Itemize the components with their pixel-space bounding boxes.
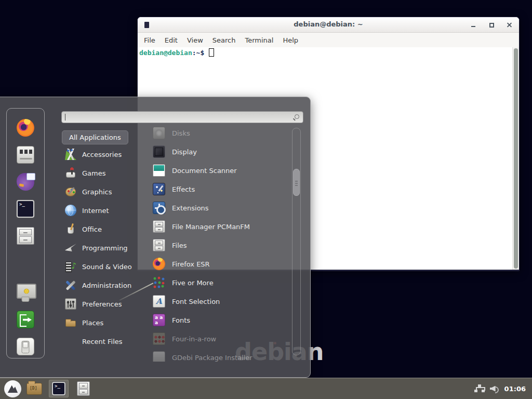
fonts-icon [153, 314, 165, 326]
games-icon [65, 167, 76, 179]
application-list: Disks Display Document Scanner Effects E… [148, 124, 291, 362]
favorite-firefox-button[interactable] [17, 119, 34, 137]
category-label: Accessories [82, 151, 122, 158]
menubar-item-terminal[interactable]: Terminal [240, 34, 278, 47]
effects-icon [153, 183, 165, 195]
favorites-panel [6, 108, 45, 358]
file-cabinet-icon [153, 220, 165, 233]
internet-icon [65, 205, 76, 216]
app-item-files[interactable]: Files [148, 236, 291, 255]
app-item-gdebi-package-installer[interactable]: GDebi Package Installer [148, 348, 291, 362]
app-label: Display [172, 148, 197, 156]
search-box[interactable] [61, 111, 303, 123]
places-icon [65, 317, 76, 328]
search-input[interactable] [62, 112, 303, 123]
volume-icon[interactable] [490, 385, 500, 393]
category-item-graphics[interactable]: Graphics [62, 182, 147, 201]
app-label: Disks [172, 129, 190, 137]
firefox-icon [17, 119, 34, 137]
category-label: Recent Files [82, 338, 123, 345]
category-label: Games [82, 169, 105, 177]
app-label: GDebi Package Installer [172, 354, 252, 362]
display-icon [153, 145, 165, 158]
favorite-control-center-button[interactable] [17, 146, 34, 164]
menubar-item-file[interactable]: File [139, 34, 160, 47]
menubar-item-search[interactable]: Search [208, 34, 241, 47]
firefox-icon [153, 258, 165, 270]
lock-screen-button[interactable] [17, 284, 34, 301]
app-label: Five or More [172, 279, 214, 287]
terminal-scrollbar[interactable] [512, 47, 519, 270]
window-title: debian@debian: ~ [138, 20, 519, 28]
administration-icon [65, 280, 76, 291]
app-item-display[interactable]: Display [148, 142, 291, 161]
app-item-extensions[interactable]: Extensions [148, 198, 291, 217]
taskbar: 01:06 [0, 378, 532, 399]
category-label: Places [82, 319, 103, 327]
app-menu: All Applications Accessories Games Graph… [0, 97, 311, 378]
category-item-sound-video[interactable]: Sound & Video [62, 257, 147, 276]
app-item-file-manager-pcmanfm[interactable]: File Manager PCManFM [148, 217, 291, 236]
gdebi-icon [153, 351, 165, 362]
terminal-scrollbar-thumb[interactable] [514, 48, 518, 269]
programming-icon [65, 242, 76, 254]
app-item-disks[interactable]: Disks [148, 124, 291, 142]
maximize-button[interactable] [487, 21, 496, 29]
app-label: Four-in-a-row [172, 335, 216, 343]
menubar-item-help[interactable]: Help [278, 34, 303, 47]
prompt-user: debian@debian [139, 49, 192, 57]
category-item-internet[interactable]: Internet [62, 201, 147, 220]
control-center-icon [17, 146, 34, 164]
shutdown-icon [17, 338, 34, 355]
logout-button[interactable] [17, 311, 34, 328]
favorite-terminal-button[interactable] [17, 200, 34, 218]
menubar-item-view[interactable]: View [182, 34, 208, 47]
prompt-path: :~$ [192, 49, 204, 57]
search-icon [295, 114, 299, 119]
category-label: Programming [82, 244, 128, 252]
terminal-cursor [209, 48, 214, 57]
app-item-font-selection[interactable]: Font Selection [148, 292, 291, 311]
app-item-four-in-a-row[interactable]: Four-in-a-row [148, 329, 291, 348]
app-item-fonts[interactable]: Fonts [148, 311, 291, 329]
category-item-accessories[interactable]: Accessories [62, 145, 147, 164]
menubar-item-edit[interactable]: Edit [160, 34, 182, 47]
app-list-scrollbar-thumb[interactable] [293, 169, 300, 196]
all-applications-button[interactable]: All Applications [62, 130, 128, 144]
menu-button[interactable] [4, 380, 21, 397]
terminal-titlebar[interactable]: debian@debian: ~ [138, 17, 519, 33]
app-item-firefox-esr[interactable]: Firefox ESR [148, 255, 291, 273]
file-manager-launcher[interactable] [21, 383, 42, 395]
network-icon[interactable] [474, 384, 485, 393]
files-launcher[interactable] [77, 381, 90, 396]
category-item-preferences[interactable]: Preferences [62, 295, 147, 313]
minimize-button[interactable] [469, 21, 477, 29]
category-item-games[interactable]: Games [62, 164, 147, 182]
close-button[interactable] [505, 21, 513, 29]
app-label: Firefox ESR [172, 260, 210, 268]
category-item-programming[interactable]: Programming [62, 238, 147, 257]
font-selection-icon [153, 295, 165, 308]
category-item-office[interactable]: Office [62, 220, 147, 238]
four-in-a-row-icon [153, 332, 165, 345]
category-item-places[interactable]: Places [62, 313, 147, 332]
favorite-file-manager-button[interactable] [17, 227, 34, 245]
app-label: Files [172, 242, 187, 249]
app-item-effects[interactable]: Effects [148, 180, 291, 198]
app-list-scrollbar[interactable] [292, 128, 301, 355]
terminal-window-button[interactable] [49, 380, 69, 397]
shutdown-button[interactable] [17, 338, 34, 355]
app-item-document-scanner[interactable]: Document Scanner [148, 161, 291, 180]
app-label: Font Selection [172, 298, 220, 305]
favorite-pidgin-button[interactable] [17, 173, 34, 191]
desktop: debian debian@debian: ~ File Edit View S… [0, 0, 532, 399]
terminal-icon [52, 382, 65, 395]
category-list: Accessories Games Graphics Internet Offi… [62, 145, 147, 351]
menu-orb-icon [4, 380, 21, 397]
category-item-recent-files[interactable]: Recent Files [62, 332, 147, 351]
terminal-icon [17, 200, 34, 218]
text-caret [65, 114, 65, 121]
category-label: Administration [82, 282, 131, 289]
app-item-five-or-more[interactable]: Five or More [148, 273, 291, 292]
category-label: Preferences [82, 300, 122, 308]
